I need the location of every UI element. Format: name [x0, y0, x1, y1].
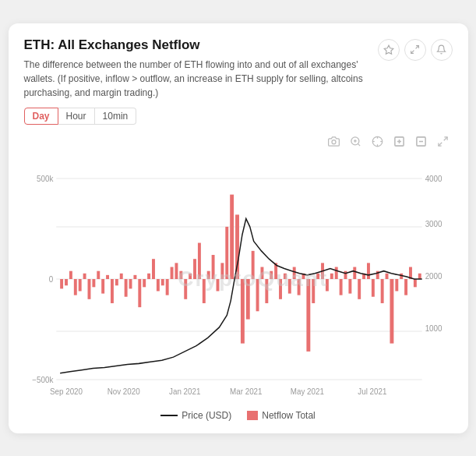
svg-rect-74 — [225, 226, 228, 278]
expand-button[interactable] — [404, 39, 426, 61]
svg-text:May 2021: May 2021 — [290, 387, 323, 395]
svg-rect-57 — [147, 273, 150, 278]
svg-rect-47 — [101, 279, 104, 294]
svg-rect-83 — [270, 270, 273, 278]
chart-area: CryptoQuant 500k 0 −500k 4000 3000 2000 … — [24, 154, 453, 404]
svg-text:Mar 2021: Mar 2021 — [230, 387, 263, 395]
svg-rect-44 — [87, 279, 90, 299]
svg-rect-64 — [179, 270, 182, 278]
svg-text:3000: 3000 — [425, 219, 442, 228]
svg-rect-114 — [413, 279, 416, 287]
svg-rect-110 — [395, 279, 398, 291]
svg-rect-60 — [160, 279, 164, 285]
svg-rect-96 — [330, 273, 333, 278]
zoom-out-toolbar-btn[interactable] — [412, 133, 431, 151]
svg-rect-79 — [251, 250, 254, 278]
svg-rect-82 — [265, 279, 268, 303]
svg-line-2 — [411, 51, 414, 54]
tab-day[interactable]: Day — [24, 108, 58, 125]
svg-rect-81 — [260, 267, 263, 278]
svg-rect-92 — [312, 279, 315, 303]
svg-rect-109 — [390, 279, 393, 344]
card-title: ETH: All Exchanges Netflow — [24, 37, 378, 53]
legend-price-line — [160, 415, 178, 416]
svg-text:Jan 2021: Jan 2021 — [169, 387, 201, 395]
legend-netflow-label: Netflow Total — [262, 410, 315, 421]
fullscreen-toolbar-btn[interactable] — [434, 133, 453, 151]
svg-rect-101 — [353, 267, 356, 278]
svg-text:500k: 500k — [37, 174, 54, 182]
svg-rect-86 — [283, 273, 286, 278]
header-icons — [378, 39, 453, 61]
chart-toolbar — [24, 133, 453, 151]
bell-button[interactable] — [431, 39, 453, 61]
svg-rect-105 — [371, 279, 374, 297]
svg-rect-38 — [60, 279, 63, 288]
svg-rect-73 — [220, 263, 224, 279]
svg-rect-48 — [106, 274, 109, 278]
svg-line-18 — [444, 137, 447, 140]
svg-text:0: 0 — [48, 274, 53, 283]
legend-price: Price (USD) — [160, 410, 231, 421]
svg-rect-104 — [367, 263, 370, 279]
svg-rect-50 — [115, 279, 118, 285]
legend-netflow-rect — [247, 411, 258, 420]
svg-rect-91 — [306, 279, 310, 352]
svg-rect-62 — [170, 267, 173, 278]
svg-rect-43 — [83, 273, 86, 278]
svg-rect-98 — [339, 279, 342, 295]
svg-rect-63 — [175, 263, 178, 279]
svg-rect-42 — [78, 279, 81, 291]
svg-rect-40 — [69, 270, 72, 278]
svg-rect-97 — [334, 267, 337, 278]
svg-rect-59 — [156, 279, 159, 291]
svg-rect-58 — [152, 259, 155, 279]
svg-line-5 — [358, 143, 360, 146]
svg-text:Jul 2021: Jul 2021 — [358, 387, 386, 395]
svg-rect-71 — [211, 255, 214, 279]
svg-rect-65 — [184, 279, 187, 299]
svg-rect-99 — [344, 270, 347, 278]
svg-rect-61 — [165, 279, 168, 295]
crosshair-toolbar-btn[interactable] — [368, 133, 387, 151]
svg-rect-41 — [73, 279, 76, 295]
svg-text:2000: 2000 — [425, 271, 442, 280]
svg-rect-69 — [202, 279, 205, 303]
chart-legend: Price (USD) Netflow Total — [24, 410, 453, 421]
svg-rect-85 — [279, 279, 282, 299]
magnify-toolbar-btn[interactable] — [347, 133, 365, 151]
svg-rect-53 — [129, 279, 132, 288]
svg-rect-52 — [124, 279, 127, 297]
svg-rect-88 — [292, 267, 295, 278]
svg-rect-77 — [240, 279, 244, 344]
tab-hour[interactable]: Hour — [58, 108, 95, 125]
svg-rect-102 — [358, 279, 361, 299]
svg-rect-95 — [325, 279, 328, 291]
time-tabs: Day Hour 10min — [24, 108, 378, 125]
card-header: ETH: All Exchanges Netflow The differenc… — [24, 37, 453, 133]
svg-rect-72 — [216, 279, 219, 291]
svg-text:−500k: −500k — [32, 375, 54, 384]
zoom-in-toolbar-btn[interactable] — [390, 133, 409, 151]
svg-rect-100 — [348, 279, 351, 294]
svg-rect-78 — [245, 279, 249, 320]
camera-toolbar-btn[interactable] — [325, 133, 344, 151]
svg-rect-87 — [287, 279, 291, 294]
main-card: ETH: All Exchanges Netflow The differenc… — [9, 23, 468, 433]
svg-text:4000: 4000 — [425, 174, 442, 182]
star-button[interactable] — [378, 39, 400, 61]
svg-rect-68 — [197, 242, 200, 278]
svg-rect-66 — [189, 273, 192, 278]
tab-10min[interactable]: 10min — [95, 108, 137, 125]
svg-rect-75 — [230, 194, 234, 278]
svg-point-3 — [332, 140, 336, 144]
legend-price-label: Price (USD) — [182, 410, 231, 421]
svg-rect-112 — [404, 279, 407, 295]
svg-rect-108 — [385, 273, 388, 278]
svg-rect-70 — [206, 270, 210, 278]
svg-rect-39 — [65, 279, 68, 285]
svg-rect-55 — [138, 279, 141, 307]
svg-rect-80 — [256, 279, 259, 311]
svg-rect-49 — [110, 279, 113, 303]
svg-marker-0 — [384, 45, 393, 54]
